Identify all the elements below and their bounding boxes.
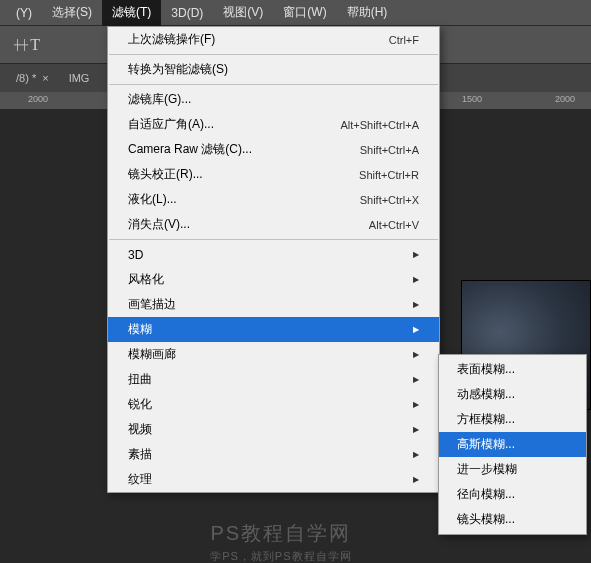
menu-shortcut: Shift+Ctrl+A — [360, 144, 419, 156]
menu-blur-gallery[interactable]: 模糊画廊 — [108, 342, 439, 367]
menu-gaussian-blur[interactable]: 高斯模糊... — [439, 432, 586, 457]
menu-filter[interactable]: 滤镜(T) — [102, 0, 161, 26]
filter-menu-dropdown: 上次滤镜操作(F) Ctrl+F 转换为智能滤镜(S) 滤镜库(G)... 自适… — [107, 26, 440, 493]
menu-filter-gallery[interactable]: 滤镜库(G)... — [108, 87, 439, 112]
menu-item-label: 风格化 — [128, 271, 164, 288]
menu-item-label: Camera Raw 滤镜(C)... — [128, 141, 252, 158]
menu-brush-strokes[interactable]: 画笔描边 — [108, 292, 439, 317]
menu-liquify[interactable]: 液化(L)... Shift+Ctrl+X — [108, 187, 439, 212]
menu-last-filter[interactable]: 上次滤镜操作(F) Ctrl+F — [108, 27, 439, 52]
menu-lens-correction[interactable]: 镜头校正(R)... Shift+Ctrl+R — [108, 162, 439, 187]
menu-motion-blur[interactable]: 动感模糊... — [439, 382, 586, 407]
menu-select[interactable]: 选择(S) — [42, 0, 102, 26]
menu-item-label: 液化(L)... — [128, 191, 177, 208]
menu-sketch[interactable]: 素描 — [108, 442, 439, 467]
menu-adaptive-wide-angle[interactable]: 自适应广角(A)... Alt+Shift+Ctrl+A — [108, 112, 439, 137]
menu-item-label: 上次滤镜操作(F) — [128, 31, 215, 48]
menu-shortcut: Shift+Ctrl+R — [359, 169, 419, 181]
menu-item-label: 纹理 — [128, 471, 152, 488]
menu-vanishing-point[interactable]: 消失点(V)... Alt+Ctrl+V — [108, 212, 439, 237]
menu-shortcut: Alt+Ctrl+V — [369, 219, 419, 231]
menu-box-blur[interactable]: 方框模糊... — [439, 407, 586, 432]
ruler-mark: 2000 — [555, 94, 575, 104]
menu-3d[interactable]: 3D(D) — [161, 1, 213, 25]
menu-item-label: 消失点(V)... — [128, 216, 190, 233]
menu-item-label: 模糊 — [128, 321, 152, 338]
menu-view[interactable]: 视图(V) — [213, 0, 273, 26]
document-tab-2[interactable]: IMG — [59, 66, 100, 90]
menu-item-label: 锐化 — [128, 396, 152, 413]
menu-item-label: 模糊画廊 — [128, 346, 176, 363]
menu-stylize[interactable]: 风格化 — [108, 267, 439, 292]
tab-label: IMG — [69, 72, 90, 84]
close-icon[interactable]: × — [42, 72, 48, 84]
menu-shortcut: Shift+Ctrl+X — [360, 194, 419, 206]
menu-item-label: 视频 — [128, 421, 152, 438]
menu-window[interactable]: 窗口(W) — [273, 0, 336, 26]
menu-item-label: 滤镜库(G)... — [128, 91, 191, 108]
menu-radial-blur[interactable]: 径向模糊... — [439, 482, 586, 507]
menu-video[interactable]: 视频 — [108, 417, 439, 442]
menu-texture[interactable]: 纹理 — [108, 467, 439, 492]
menu-item-label: 3D — [128, 248, 143, 262]
menu-shortcut: Ctrl+F — [389, 34, 419, 46]
menu-blur[interactable]: 模糊 — [108, 317, 439, 342]
menu-item-label: 素描 — [128, 446, 152, 463]
menu-surface-blur[interactable]: 表面模糊... — [439, 357, 586, 382]
menu-sharpen[interactable]: 锐化 — [108, 392, 439, 417]
menu-divider — [109, 84, 438, 85]
menu-distort[interactable]: 扭曲 — [108, 367, 439, 392]
menu-smart-filter[interactable]: 转换为智能滤镜(S) — [108, 57, 439, 82]
menu-item-label: 转换为智能滤镜(S) — [128, 61, 228, 78]
menu-blur-more[interactable]: 进一步模糊 — [439, 457, 586, 482]
watermark: PS教程自学网 学PS，就到PS教程自学网 WWW.16XX8.COM — [205, 520, 357, 563]
ruler-mark: 1500 — [462, 94, 482, 104]
menu-lens-blur[interactable]: 镜头模糊... — [439, 507, 586, 532]
menu-layer[interactable]: (Y) — [6, 1, 42, 25]
menu-divider — [109, 239, 438, 240]
document-tab-1[interactable]: /8) * × — [6, 66, 59, 90]
watermark-sub: 学PS，就到PS教程自学网 — [205, 549, 357, 563]
menubar: (Y) 选择(S) 滤镜(T) 3D(D) 视图(V) 窗口(W) 帮助(H) — [0, 0, 591, 26]
menu-item-label: 自适应广角(A)... — [128, 116, 214, 133]
menu-3d-sub[interactable]: 3D — [108, 242, 439, 267]
watermark-title: PS教程自学网 — [205, 520, 357, 547]
text-tool-icon[interactable]: ┼┼T — [14, 36, 40, 54]
menu-divider — [109, 54, 438, 55]
menu-item-label: 画笔描边 — [128, 296, 176, 313]
ruler-mark: 2000 — [28, 94, 48, 104]
menu-camera-raw[interactable]: Camera Raw 滤镜(C)... Shift+Ctrl+A — [108, 137, 439, 162]
tab-label: /8) * — [16, 72, 36, 84]
menu-help[interactable]: 帮助(H) — [337, 0, 398, 26]
menu-shortcut: Alt+Shift+Ctrl+A — [340, 119, 419, 131]
menu-item-label: 镜头校正(R)... — [128, 166, 203, 183]
menu-item-label: 扭曲 — [128, 371, 152, 388]
blur-submenu: 表面模糊... 动感模糊... 方框模糊... 高斯模糊... 进一步模糊 径向… — [438, 354, 587, 535]
